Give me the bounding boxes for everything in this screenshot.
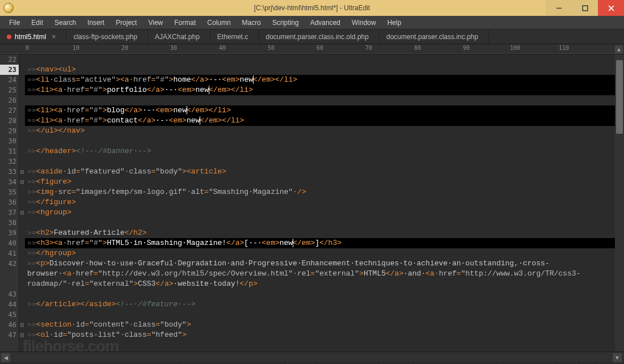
code-line[interactable]: »»<figure> xyxy=(25,177,615,187)
line-number-gutter[interactable]: 2223242526272829303132333435363738394041… xyxy=(0,54,19,352)
menu-search[interactable]: Search xyxy=(49,17,82,28)
code-line[interactable]: »»</header><!--·/#banner·--> xyxy=(25,146,615,156)
line-number[interactable]: 38 xyxy=(0,218,19,228)
tab-ethernet-c[interactable]: Ethernet.c xyxy=(210,29,259,44)
tab-document-parser-class-inc-old-php[interactable]: document.parser.class.inc.old.php xyxy=(259,29,380,44)
line-number[interactable]: 43 xyxy=(0,289,19,299)
line-number[interactable]: 30 xyxy=(0,136,19,146)
menu-help[interactable]: Help xyxy=(382,17,407,28)
code-line[interactable]: »»<h3><a·href="#">HTML5·in·Smashing·Maga… xyxy=(25,238,615,248)
code-line[interactable] xyxy=(25,218,615,228)
fold-toggle[interactable]: ⊟ xyxy=(19,167,25,177)
line-number[interactable]: 45 xyxy=(0,310,19,320)
code-line[interactable]: »»<li><a·href="#">blog</a>·-·<em>new</em… xyxy=(25,105,615,116)
line-number[interactable]: 24 xyxy=(0,75,19,85)
line-number[interactable]: 37 xyxy=(0,208,19,218)
window-controls xyxy=(546,0,624,16)
maximize-button[interactable] xyxy=(572,0,598,16)
line-number[interactable]: 32 xyxy=(0,156,19,167)
svg-rect-1 xyxy=(583,6,588,11)
tab-html5-html[interactable]: html5.html× xyxy=(0,29,66,44)
menu-project[interactable]: Project xyxy=(110,17,142,28)
line-number[interactable]: 22 xyxy=(0,54,19,65)
code-line[interactable]: »»</article></aside><!--·/#feature·--> xyxy=(25,299,615,310)
line-number[interactable]: 44 xyxy=(0,299,19,310)
code-line[interactable] xyxy=(25,95,615,105)
code-line[interactable]: »»<img·src="images/temp/sm-logo.gif"·alt… xyxy=(25,187,615,197)
close-tab-icon[interactable]: × xyxy=(52,33,56,41)
scroll-down-button[interactable]: ▼ xyxy=(613,353,622,362)
line-number[interactable]: 41 xyxy=(0,248,19,259)
code-line[interactable]: »»<aside·id="featured"·class="body"><art… xyxy=(25,167,615,177)
line-number[interactable]: 28 xyxy=(0,116,19,126)
line-number[interactable]: 36 xyxy=(0,197,19,208)
code-line[interactable] xyxy=(25,310,615,320)
code-line[interactable]: »»<h2>Featured·Article</h2> xyxy=(25,228,615,238)
tab-label: html5.html xyxy=(15,33,46,41)
code-line[interactable] xyxy=(25,54,615,65)
line-number[interactable]: 35 xyxy=(0,187,19,197)
fold-toggle xyxy=(19,54,25,65)
code-line[interactable]: »»</hgroup> xyxy=(25,248,615,259)
line-number[interactable]: 47 xyxy=(0,330,19,340)
line-number[interactable]: 39 xyxy=(0,228,19,238)
menu-advanced[interactable]: Advanced xyxy=(305,17,346,28)
menu-window[interactable]: Window xyxy=(346,17,382,28)
ruler-tick: 110 xyxy=(559,45,569,51)
code-line[interactable] xyxy=(25,136,615,146)
menu-macro[interactable]: Macro xyxy=(237,17,267,28)
code-line[interactable] xyxy=(25,156,615,167)
tab-class-ftp-sockets-php[interactable]: class-ftp-sockets.php xyxy=(66,29,148,44)
ruler-tick: 70 xyxy=(365,45,372,51)
menu-format[interactable]: Format xyxy=(168,17,201,28)
tab-label: AJAXChat.php xyxy=(155,33,200,41)
tab-ajaxchat-php[interactable]: AJAXChat.php xyxy=(148,29,210,44)
menu-scripting[interactable]: Scripting xyxy=(267,17,305,28)
scrollbar-thumb[interactable] xyxy=(616,60,623,134)
code-line[interactable]: »»</ul></nav> xyxy=(25,126,615,136)
line-number[interactable]: 31 xyxy=(0,146,19,156)
tab-document-parser-class-inc-php[interactable]: document.parser.class.inc.php xyxy=(380,29,489,44)
ruler-tick: 100 xyxy=(510,45,520,51)
code-line[interactable]: »»<li·class="active"><a·href="#">home</a… xyxy=(25,75,615,85)
code-line[interactable]: »»<section·id="content"·class="body"> xyxy=(25,320,615,330)
scroll-up-button[interactable]: ▲ xyxy=(615,45,623,53)
menu-edit[interactable]: Edit xyxy=(26,17,49,28)
fold-toggle[interactable]: ⊟ xyxy=(19,320,25,330)
fold-toggle xyxy=(19,156,25,167)
scroll-left-button[interactable]: ◀ xyxy=(1,353,10,362)
line-number[interactable]: 34 xyxy=(0,177,19,187)
close-button[interactable] xyxy=(598,0,624,16)
line-number[interactable]: 42 xyxy=(0,259,19,289)
line-number[interactable]: 29 xyxy=(0,126,19,136)
minimize-button[interactable] xyxy=(546,0,572,16)
code-line[interactable]: »»<ol·id="posts-list"·class="hfeed"> xyxy=(25,330,615,340)
code-line[interactable]: »»</figure> xyxy=(25,197,615,208)
line-number[interactable]: 25 xyxy=(0,85,19,95)
menu-view[interactable]: View xyxy=(142,17,168,28)
line-number[interactable]: 33 xyxy=(0,167,19,177)
code-line[interactable] xyxy=(25,289,615,299)
line-number[interactable]: 27 xyxy=(0,105,19,116)
code-line[interactable]: »»<li><a·href="#">contact</a>·-·<em>new<… xyxy=(25,116,615,126)
code-fold-column[interactable]: ⊟⊟⊟⊟⊟ xyxy=(19,54,25,352)
line-number[interactable]: 40 xyxy=(0,238,19,248)
fold-toggle[interactable]: ⊟ xyxy=(19,208,25,218)
vertical-scrollbar[interactable] xyxy=(615,54,624,352)
line-number[interactable]: 26 xyxy=(0,95,19,105)
line-number[interactable]: 46 xyxy=(0,320,19,330)
line-number[interactable]: 23 xyxy=(0,65,19,75)
code-line[interactable]: »»<hgroup> xyxy=(25,208,615,218)
code-area[interactable]: »»<nav><ul>»»<li·class="active"><a·href=… xyxy=(25,54,615,352)
code-line[interactable]: »»<li><a·href="#">portfolio</a>·-·<em>ne… xyxy=(25,85,615,95)
menu-file[interactable]: File xyxy=(3,17,26,28)
menu-insert[interactable]: Insert xyxy=(82,17,110,28)
code-line[interactable]: »»<p>Discover·how·to·use·Graceful·Degrad… xyxy=(25,259,615,289)
fold-toggle xyxy=(19,116,25,126)
fold-toggle[interactable]: ⊟ xyxy=(19,177,25,187)
horizontal-scrollbar[interactable]: filehorse.com ◀ ▼ xyxy=(0,352,624,363)
code-line[interactable]: »»<nav><ul> xyxy=(25,65,615,75)
fold-toggle[interactable]: ⊟ xyxy=(19,330,25,340)
menu-column[interactable]: Column xyxy=(201,17,236,28)
ruler-tick: 40 xyxy=(219,45,226,51)
